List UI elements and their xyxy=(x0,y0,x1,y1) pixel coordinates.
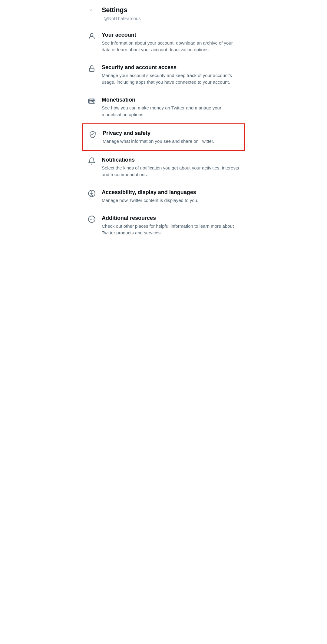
settings-item-notifications[interactable]: Notifications Select the kinds of notifi… xyxy=(82,151,245,183)
back-button[interactable]: ← xyxy=(88,5,97,15)
settings-item-accessibility[interactable]: Accessibility, display and languages Man… xyxy=(82,183,245,209)
svg-point-14 xyxy=(91,219,92,220)
item-desc-security: Manage your account's security and keep … xyxy=(102,72,239,86)
item-title-monetisation: Monetisation xyxy=(102,96,239,103)
item-desc-additional-resources: Check out other places for helpful infor… xyxy=(102,223,239,236)
lock-icon xyxy=(88,64,102,72)
page-header: ← Settings @NotThatFamous xyxy=(82,0,245,26)
page-title: Settings xyxy=(102,6,127,14)
accessibility-icon xyxy=(88,189,102,197)
item-title-notifications: Notifications xyxy=(102,156,239,163)
svg-line-11 xyxy=(92,194,93,196)
header-username: @NotThatFamous xyxy=(104,16,239,23)
money-icon xyxy=(88,96,102,105)
dots-circle-icon xyxy=(88,215,102,223)
settings-item-monetisation[interactable]: Monetisation See how you can make money … xyxy=(82,91,245,123)
svg-point-15 xyxy=(93,219,94,220)
svg-rect-2 xyxy=(88,99,95,103)
person-icon xyxy=(88,32,102,40)
svg-point-0 xyxy=(91,33,93,36)
svg-point-13 xyxy=(90,219,91,220)
svg-rect-1 xyxy=(89,68,94,72)
settings-list: Your account See information about your … xyxy=(82,26,245,242)
svg-point-7 xyxy=(91,191,92,192)
item-desc-notifications: Select the kinds of notification you get… xyxy=(102,165,239,178)
item-desc-accessibility: Manage how Twitter content is displayed … xyxy=(102,197,239,204)
svg-rect-3 xyxy=(90,99,94,103)
item-title-your-account: Your account xyxy=(102,32,239,39)
item-desc-monetisation: See how you can make money on Twitter an… xyxy=(102,105,239,118)
settings-item-privacy[interactable]: Privacy and safety Manage what informati… xyxy=(82,123,245,151)
back-icon: ← xyxy=(89,6,96,14)
item-title-accessibility: Accessibility, display and languages xyxy=(102,189,239,196)
settings-item-additional-resources[interactable]: Additional resources Check out other pla… xyxy=(82,209,245,242)
settings-item-your-account[interactable]: Your account See information about your … xyxy=(82,26,245,59)
settings-item-security[interactable]: Security and account access Manage your … xyxy=(82,59,245,91)
item-title-privacy: Privacy and safety xyxy=(103,130,238,137)
item-title-security: Security and account access xyxy=(102,64,239,71)
bell-icon xyxy=(88,156,102,165)
shield-icon xyxy=(89,130,103,138)
item-desc-your-account: See information about your account, down… xyxy=(102,40,239,53)
item-title-additional-resources: Additional resources xyxy=(102,215,239,222)
item-desc-privacy: Manage what information you see and shar… xyxy=(103,138,238,145)
settings-page: ← Settings @NotThatFamous Your account S… xyxy=(82,0,245,242)
